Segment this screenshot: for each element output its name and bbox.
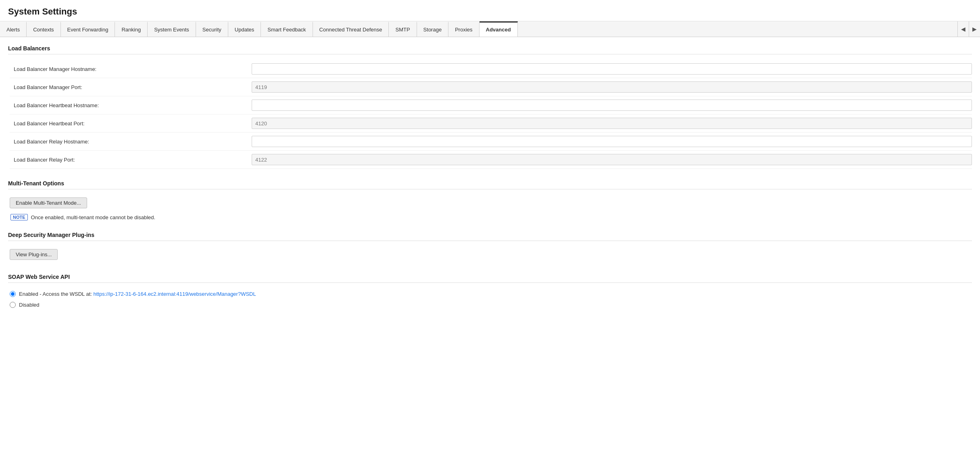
lb-heartbeat-port-label: Load Balancer Heartbeat Port: [10, 120, 252, 127]
page-title: System Settings [8, 6, 77, 17]
multi-tenant-content: Enable Multi-Tenant Mode... NOTE Once en… [8, 195, 972, 220]
note-badge: NOTE [10, 214, 28, 220]
lb-manager-port-label: Load Balancer Manager Port: [10, 84, 252, 90]
tab-system-events[interactable]: System Events [148, 21, 196, 37]
lb-heartbeat-hostname-input[interactable] [252, 100, 972, 111]
tab-prev-button[interactable]: ◀ [957, 21, 969, 37]
soap-enabled-prefix: Enabled - Access the WSDL at: [19, 291, 94, 297]
lb-relay-hostname-label: Load Balancer Relay Hostname: [10, 139, 252, 145]
deep-security-content: View Plug-ins... [8, 247, 972, 262]
lb-heartbeat-hostname-label: Load Balancer Heartbeat Hostname: [10, 102, 252, 108]
multi-tenant-section: Multi-Tenant Options Enable Multi-Tenant… [8, 180, 972, 220]
soap-disabled-radio[interactable] [10, 302, 16, 308]
soap-disabled-label: Disabled [19, 302, 40, 308]
lb-relay-port-row: Load Balancer Relay Port: [10, 151, 972, 169]
tab-proxies[interactable]: Proxies [448, 21, 479, 37]
tab-event-forwarding[interactable]: Event Forwarding [61, 21, 115, 37]
soap-api-content: Enabled - Access the WSDL at: https://ip… [8, 289, 972, 310]
multi-tenant-note-text: Once enabled, multi-tenant mode cannot b… [31, 214, 156, 220]
soap-enabled-label: Enabled - Access the WSDL at: https://ip… [19, 291, 256, 297]
tab-next-button[interactable]: ▶ [969, 21, 980, 37]
tab-contexts[interactable]: Contexts [27, 21, 60, 37]
tab-nav-buttons: ◀ ▶ [957, 21, 980, 37]
tab-storage[interactable]: Storage [417, 21, 449, 37]
enable-multi-tenant-row: Enable Multi-Tenant Mode... [10, 195, 972, 211]
multi-tenant-title: Multi-Tenant Options [8, 180, 972, 189]
lb-relay-hostname-input[interactable] [252, 136, 972, 147]
lb-manager-hostname-input[interactable] [252, 63, 972, 75]
view-plugins-button[interactable]: View Plug-ins... [10, 249, 58, 260]
load-balancers-content: Load Balancer Manager Hostname: Load Bal… [8, 60, 972, 169]
enable-multi-tenant-button[interactable]: Enable Multi-Tenant Mode... [10, 197, 87, 208]
page-wrapper: System Settings Alerts Contexts Event Fo… [0, 0, 980, 330]
lb-relay-port-input[interactable] [252, 154, 972, 165]
tab-security[interactable]: Security [196, 21, 228, 37]
tab-connected-threat-defense[interactable]: Connected Threat Defense [313, 21, 389, 37]
lb-manager-hostname-row: Load Balancer Manager Hostname: [10, 60, 972, 78]
wsdl-link[interactable]: https://ip-172-31-6-164.ec2.internal:411… [94, 291, 256, 297]
lb-relay-port-label: Load Balancer Relay Port: [10, 157, 252, 163]
soap-api-title: SOAP Web Service API [8, 274, 972, 283]
lb-heartbeat-port-row: Load Balancer Heartbeat Port: [10, 114, 972, 133]
lb-relay-hostname-row: Load Balancer Relay Hostname: [10, 133, 972, 151]
lb-manager-port-row: Load Balancer Manager Port: [10, 78, 972, 96]
soap-disabled-row: Disabled [10, 299, 972, 310]
soap-enabled-radio[interactable] [10, 291, 16, 297]
tab-alerts[interactable]: Alerts [0, 21, 27, 37]
lb-manager-hostname-label: Load Balancer Manager Hostname: [10, 66, 252, 72]
tabs-bar: Alerts Contexts Event Forwarding Ranking… [0, 21, 980, 37]
lb-manager-port-input[interactable] [252, 81, 972, 93]
multi-tenant-note-row: NOTE Once enabled, multi-tenant mode can… [10, 211, 972, 220]
view-plugins-row: View Plug-ins... [10, 247, 972, 262]
lb-heartbeat-port-input[interactable] [252, 118, 972, 129]
main-content: Load Balancers Load Balancer Manager Hos… [0, 37, 980, 330]
tab-ranking[interactable]: Ranking [115, 21, 148, 37]
tab-updates[interactable]: Updates [228, 21, 261, 37]
load-balancers-title: Load Balancers [8, 45, 972, 54]
load-balancers-section: Load Balancers Load Balancer Manager Hos… [8, 45, 972, 169]
tab-advanced[interactable]: Advanced [480, 21, 518, 37]
lb-heartbeat-hostname-row: Load Balancer Heartbeat Hostname: [10, 96, 972, 114]
deep-security-title: Deep Security Manager Plug-ins [8, 232, 972, 241]
soap-enabled-row: Enabled - Access the WSDL at: https://ip… [10, 289, 972, 299]
soap-api-section: SOAP Web Service API Enabled - Access th… [8, 274, 972, 310]
tab-smart-feedback[interactable]: Smart Feedback [261, 21, 313, 37]
deep-security-section: Deep Security Manager Plug-ins View Plug… [8, 232, 972, 262]
tab-smtp[interactable]: SMTP [389, 21, 417, 37]
page-header: System Settings [0, 0, 980, 21]
